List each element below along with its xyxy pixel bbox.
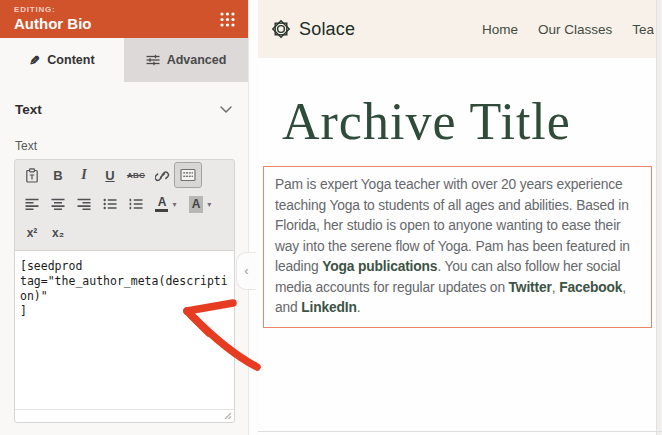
panel-body: Text Text B [0, 82, 248, 435]
toolbar-row-3: x² x₂ [15, 218, 234, 250]
numbered-list-button[interactable] [123, 192, 149, 216]
clipboard-icon [25, 168, 39, 183]
align-right-icon [77, 198, 91, 210]
site-nav: Home Our Classes Tea [482, 0, 654, 58]
pencil-icon: ✎ [29, 53, 40, 68]
block-name: Author Bio [14, 15, 234, 32]
section-title: Text [15, 102, 42, 117]
resize-grip-icon[interactable] [224, 412, 232, 420]
bio-text: . [357, 300, 361, 315]
live-preview: Solace Home Our Classes Tea Archive Titl… [258, 0, 656, 435]
bold-icon: B [53, 168, 62, 183]
text-field-label: Text [0, 117, 248, 159]
italic-icon: I [81, 167, 86, 183]
paste-as-text-button[interactable] [19, 163, 45, 187]
panel-divider [248, 0, 258, 435]
subscript-button[interactable]: x₂ [45, 221, 71, 245]
editing-label: EDITING: [14, 5, 234, 14]
background-color-icon: A [189, 196, 204, 213]
bullet-list-button[interactable] [97, 192, 123, 216]
align-left-icon [25, 198, 39, 210]
page-title: Archive Title [282, 96, 656, 148]
bio-paragraph: Pam is expert Yoga teacher with over 20 … [275, 175, 640, 319]
site-header: Solace Home Our Classes Tea [258, 0, 656, 58]
tab-advanced-label: Advanced [167, 53, 227, 67]
window-edge [656, 0, 662, 435]
bio-link[interactable]: Twitter [509, 280, 552, 295]
collapse-panel-button[interactable]: ‹ [236, 252, 256, 290]
strikethrough-icon: ABC [127, 171, 145, 180]
author-bio-block[interactable]: Pam is expert Yoga teacher with over 20 … [263, 166, 652, 328]
starburst-logo-icon [270, 18, 292, 40]
tab-content[interactable]: ✎ Content [0, 38, 124, 82]
site-name: Solace [299, 19, 355, 40]
caret-down-icon: ▾ [172, 200, 176, 209]
align-left-button[interactable] [19, 192, 45, 216]
site-logo[interactable]: Solace [270, 18, 355, 40]
strikethrough-button[interactable]: ABC [123, 163, 149, 187]
bio-link[interactable]: Facebook [559, 280, 622, 295]
section-text-header[interactable]: Text [0, 82, 248, 117]
underline-icon: U [105, 168, 114, 183]
text-color-icon: A [155, 196, 168, 212]
underline-button[interactable]: U [97, 163, 123, 187]
align-center-icon [51, 198, 65, 210]
superscript-icon: x² [27, 226, 38, 240]
collapse-chevron-icon: ‹ [244, 264, 248, 277]
nav-home[interactable]: Home [482, 22, 518, 37]
shortcode-textarea[interactable]: [seedprod tag="the_author_meta(descripti… [15, 250, 234, 409]
tab-advanced[interactable]: Advanced [124, 38, 248, 82]
toolbar-row-1: B I U ABC [15, 160, 234, 189]
builder-sidebar: EDITING: Author Bio ✎ Content [0, 0, 248, 435]
toolbar-row-2: A ▾ A ▾ [15, 189, 234, 218]
grid-dots-icon[interactable] [219, 11, 236, 28]
bullet-list-icon [103, 198, 117, 210]
link-button[interactable] [149, 163, 175, 187]
subscript-icon: x₂ [52, 226, 64, 240]
editor-statusbar [15, 409, 234, 422]
text-color-button[interactable]: A ▾ [149, 192, 183, 216]
preview-bottom-edge [258, 431, 662, 432]
align-center-button[interactable] [45, 192, 71, 216]
richtext-editor: B I U ABC [14, 159, 235, 423]
nav-our-classes[interactable]: Our Classes [538, 22, 612, 37]
bio-link[interactable]: LinkedIn [301, 300, 357, 315]
panel-tabs: ✎ Content Advanced [0, 38, 248, 82]
numbered-list-icon [129, 198, 143, 210]
superscript-button[interactable]: x² [19, 221, 45, 245]
chevron-down-icon [220, 106, 232, 113]
background-color-button[interactable]: A ▾ [183, 192, 217, 216]
sliders-icon [146, 54, 160, 66]
preview-content: Archive Title Pam is expert Yoga teacher… [258, 58, 656, 328]
panel-header: EDITING: Author Bio [0, 0, 248, 38]
toolbar-toggle-button[interactable] [175, 163, 201, 187]
nav-teachers[interactable]: Tea [632, 22, 654, 37]
bio-link[interactable]: Yoga publications [322, 259, 437, 274]
tab-content-label: Content [47, 53, 94, 67]
align-right-button[interactable] [71, 192, 97, 216]
toolbar-toggle-icon [180, 168, 196, 182]
panel-header-text: EDITING: Author Bio [14, 5, 234, 32]
bold-button[interactable]: B [45, 163, 71, 187]
caret-down-icon: ▾ [207, 200, 211, 209]
link-icon [155, 168, 170, 183]
page-builder-app: EDITING: Author Bio ✎ Content [0, 0, 662, 435]
italic-button[interactable]: I [71, 163, 97, 187]
